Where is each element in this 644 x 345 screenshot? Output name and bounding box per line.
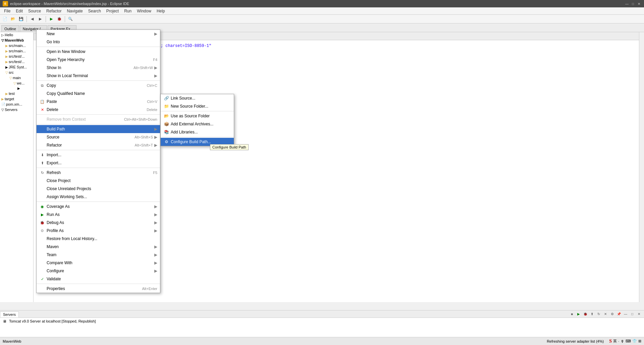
cm-refactor-arrow: ▶ bbox=[154, 143, 157, 148]
bps-add-libraries[interactable]: 📚 Add Libraries... bbox=[161, 128, 234, 136]
toolbar-forward-btn[interactable]: ▶ bbox=[37, 15, 44, 23]
bp-clear-btn[interactable]: ✕ bbox=[602, 311, 608, 317]
menu-source[interactable]: Source bbox=[25, 8, 44, 14]
cm-configure[interactable]: Configure ▶ bbox=[37, 267, 160, 275]
tree-item-servers[interactable]: ▽ Servers bbox=[0, 107, 33, 112]
toolbar-run-btn[interactable]: ▶ bbox=[48, 15, 55, 23]
cm-copy[interactable]: ⧉ Copy Ctrl+C bbox=[37, 81, 160, 90]
bottom-tab-servers[interactable]: Servers bbox=[0, 311, 19, 318]
bps-add-external-archives[interactable]: 📦 Add External Archives... bbox=[161, 120, 234, 128]
toolbar-open-btn[interactable]: 📂 bbox=[9, 15, 17, 23]
cm-import[interactable]: ⬇ Import... bbox=[37, 151, 160, 159]
cm-profile-as[interactable]: ⚙ Profile As ▶ bbox=[37, 227, 160, 235]
cm-show-local-terminal[interactable]: Show in Local Terminal ▶ bbox=[37, 72, 160, 80]
tree-item-src-main2[interactable]: ▶ src/main... bbox=[0, 48, 33, 54]
menu-window[interactable]: Window bbox=[134, 8, 154, 14]
cm-close-project[interactable]: Close Project bbox=[37, 177, 160, 185]
cm-show-in-label: Show In bbox=[47, 65, 127, 70]
menu-help[interactable]: Help bbox=[154, 8, 168, 14]
cm-paste[interactable]: 📋 Paste Ctrl+V bbox=[37, 98, 160, 106]
bp-start-btn[interactable]: ▶ bbox=[576, 311, 582, 317]
menu-file[interactable]: File bbox=[1, 8, 13, 14]
toolbar-new-btn[interactable]: 📄 bbox=[1, 15, 9, 23]
bp-pin-btn[interactable]: 📌 bbox=[616, 311, 622, 317]
cm-remove-context[interactable]: Remove from Context Ctrl+Alt+Shift+Down bbox=[37, 115, 160, 123]
cm-sep-6 bbox=[37, 168, 160, 168]
menu-search[interactable]: Search bbox=[86, 8, 104, 14]
cm-properties[interactable]: Properties Alt+Enter bbox=[37, 285, 160, 293]
bps-use-as-source[interactable]: 📂 Use as Source Folder bbox=[161, 112, 234, 120]
cm-compare-with[interactable]: Compare With ▶ bbox=[37, 259, 160, 267]
cm-restore-history[interactable]: Restore from Local History... bbox=[37, 235, 160, 243]
bp-minimize-btn[interactable]: — bbox=[623, 311, 629, 317]
toolbar-save-btn[interactable]: 💾 bbox=[17, 15, 25, 23]
cm-run-as[interactable]: ▶ Run As ▶ bbox=[37, 211, 160, 219]
cm-close-unrelated[interactable]: Close Unrelated Projects bbox=[37, 185, 160, 193]
toolbar-back-btn[interactable]: ◀ bbox=[29, 15, 36, 23]
tree-item-src[interactable]: ▽ src bbox=[0, 70, 33, 75]
cm-coverage-as[interactable]: ◉ Coverage As ▶ bbox=[37, 203, 160, 211]
cm-delete[interactable]: ✕ Delete Delete bbox=[37, 106, 160, 114]
tree-item-webapp[interactable]: ▽ we... bbox=[0, 80, 33, 86]
cm-new[interactable]: New ▶ bbox=[37, 30, 160, 38]
cm-restore-history-icon bbox=[39, 236, 45, 242]
tree-item-src-test2[interactable]: ▶ src/test/... bbox=[0, 59, 33, 64]
tree-item-mavenweb[interactable]: ▽ MavenWeb bbox=[0, 38, 33, 43]
cm-show-local-terminal-arrow: ▶ bbox=[154, 73, 157, 78]
bp-refresh-btn[interactable]: ↻ bbox=[596, 311, 602, 317]
cm-debug-as-label: Debug As bbox=[47, 220, 153, 225]
cm-new-arrow: ▶ bbox=[154, 32, 157, 36]
cm-source-arrow: ▶ bbox=[154, 135, 157, 139]
cm-import-label: Import... bbox=[47, 153, 157, 157]
bp-debug-btn[interactable]: 🐞 bbox=[582, 311, 588, 317]
bp-settings-btn[interactable]: ⚙ bbox=[609, 311, 615, 317]
tree-item-pom[interactable]: 📄 pom.xm... bbox=[0, 102, 33, 107]
bps-new-source-folder[interactable]: 📁 New Source Folder... bbox=[161, 102, 234, 110]
cm-refactor[interactable]: Refactor Alt+Shift+T ▶ bbox=[37, 141, 160, 149]
tree-item-target[interactable]: ▶ target bbox=[0, 96, 33, 102]
toolbar-search-btn[interactable]: 🔍 bbox=[67, 15, 74, 23]
cm-show-local-terminal-icon bbox=[39, 73, 45, 79]
toolbar-debug-btn[interactable]: 🐞 bbox=[56, 15, 63, 23]
input-method-grid-icon: ⊞ bbox=[638, 339, 641, 343]
cm-export[interactable]: ⬆ Export... bbox=[37, 159, 160, 167]
tree-item-main[interactable]: ▽ main bbox=[0, 75, 33, 80]
maximize-button[interactable]: □ bbox=[631, 1, 635, 6]
cm-go-into[interactable]: Go Into bbox=[37, 38, 160, 46]
tab-outline[interactable]: Outline bbox=[1, 25, 19, 32]
menu-run[interactable]: Run bbox=[121, 8, 134, 14]
cm-refresh[interactable]: ↻ Refresh F5 bbox=[37, 169, 160, 177]
minimize-button[interactable]: — bbox=[625, 1, 629, 6]
bp-maximize-btn[interactable]: □ bbox=[629, 311, 635, 317]
close-button[interactable]: ✕ bbox=[637, 1, 641, 6]
cm-open-type-hierarchy[interactable]: Open Type Hierarchy F4 bbox=[37, 56, 160, 64]
menu-project[interactable]: Project bbox=[104, 8, 121, 14]
tree-item-jre[interactable]: ▶ JRE Syst... bbox=[0, 64, 33, 70]
bp-publish-btn[interactable]: ⬆ bbox=[589, 311, 595, 317]
menu-navigate[interactable]: Navigate bbox=[64, 8, 85, 14]
menu-refactor[interactable]: Refactor bbox=[44, 8, 64, 14]
menu-edit[interactable]: Edit bbox=[13, 8, 25, 14]
bp-close-btn[interactable]: ✕ bbox=[636, 311, 642, 317]
tree-item-src-test1[interactable]: ▶ src/test/... bbox=[0, 54, 33, 59]
cm-copy-qualified[interactable]: Copy Qualified Name bbox=[37, 90, 160, 98]
server-entry[interactable]: 🖥 Tomcat v9.0 Server at localhost [Stopp… bbox=[3, 319, 641, 323]
cm-validate[interactable]: ✓ Validate bbox=[37, 275, 160, 283]
cm-source[interactable]: Source Alt+Shift+S ▶ bbox=[37, 133, 160, 141]
cm-team[interactable]: Team ▶ bbox=[37, 251, 160, 259]
window-title: eclipse-workspace - MavenWeb/src/main/we… bbox=[10, 2, 625, 6]
tree-item-src-main1[interactable]: ▶ src/main... bbox=[0, 43, 33, 48]
bp-stop-btn[interactable]: ■ bbox=[569, 311, 575, 317]
tree-item-hello[interactable]: ▷ Hello bbox=[0, 32, 33, 38]
cm-assign-working-sets[interactable]: Assign Working Sets... bbox=[37, 193, 160, 201]
tree-item-inner[interactable]: ▶ bbox=[0, 86, 33, 91]
cm-maven[interactable]: Maven ▶ bbox=[37, 243, 160, 251]
bps-link-source[interactable]: 🔗 Link Source... bbox=[161, 94, 234, 102]
cm-open-new-window[interactable]: Open in New Window bbox=[37, 48, 160, 56]
cm-debug-as[interactable]: 🐞 Debug As ▶ bbox=[37, 219, 160, 227]
input-method-cn-icon: 英 bbox=[613, 339, 617, 344]
cm-show-in[interactable]: Show In Alt+Shift+W ▶ bbox=[37, 64, 160, 72]
cm-build-path[interactable]: Build Path ▶ bbox=[37, 125, 160, 133]
tree-item-webapp-label: we... bbox=[17, 81, 24, 85]
tree-item-test[interactable]: ▶ test bbox=[0, 91, 33, 96]
